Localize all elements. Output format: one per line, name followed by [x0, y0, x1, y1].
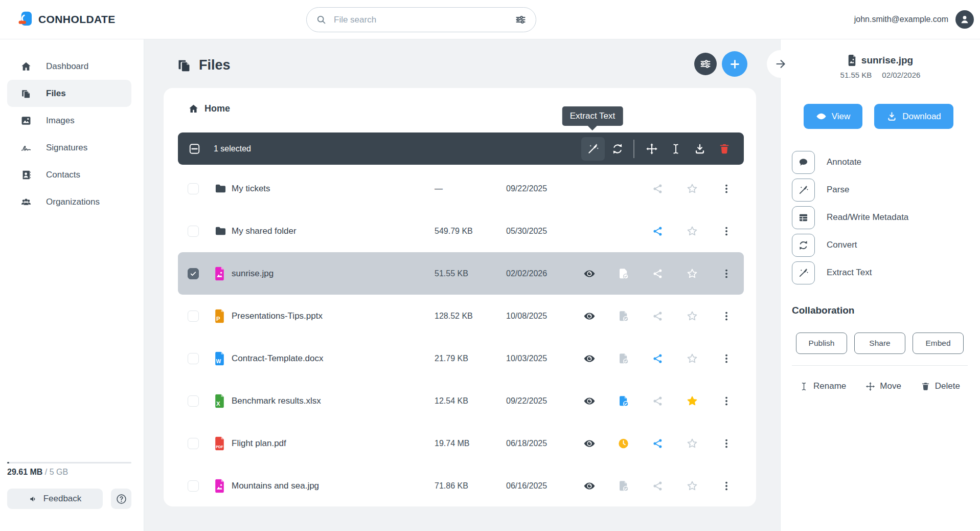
- rename-button[interactable]: Rename: [799, 381, 846, 391]
- breadcrumb[interactable]: Home: [188, 103, 230, 114]
- row-checkbox[interactable]: [188, 268, 199, 279]
- star-icon[interactable]: [686, 310, 698, 322]
- annotate-action[interactable]: Annotate: [792, 148, 908, 176]
- details-actions: AnnotateParseRead/Write MetadataConvertE…: [792, 148, 908, 286]
- eye-icon: [816, 111, 827, 122]
- row-checkbox[interactable]: [188, 395, 199, 407]
- status-icon[interactable]: [618, 268, 630, 280]
- more-actions-icon[interactable]: [721, 311, 732, 322]
- share-icon[interactable]: [652, 438, 664, 449]
- status-icon[interactable]: [618, 480, 630, 492]
- parse-action[interactable]: Parse: [792, 176, 908, 204]
- share-icon[interactable]: [652, 480, 664, 492]
- xlsx-file-icon: [214, 394, 225, 408]
- star-icon[interactable]: [686, 352, 698, 365]
- feedback-button[interactable]: Feedback: [7, 489, 103, 509]
- delete-button[interactable]: Delete: [921, 381, 960, 391]
- star-icon[interactable]: [686, 395, 698, 407]
- rename-button[interactable]: [670, 143, 682, 155]
- download-button[interactable]: [694, 143, 706, 155]
- extract-text-button[interactable]: [587, 143, 599, 155]
- file-list: My tickets—09/22/2025My shared folder549…: [178, 167, 744, 507]
- embed-button[interactable]: Embed: [913, 333, 964, 354]
- convert-button[interactable]: [611, 143, 624, 155]
- brand[interactable]: CONHOLDATE: [17, 0, 116, 39]
- sidebar-item-files[interactable]: Files: [7, 80, 131, 107]
- table-row[interactable]: My shared folder549.79 KB05/30/2025: [178, 210, 744, 252]
- row-checkbox[interactable]: [188, 226, 199, 237]
- user-area: john.smith@example.com: [854, 0, 974, 39]
- sidebar-item-signatures[interactable]: Signatures: [7, 134, 131, 161]
- row-checkbox[interactable]: [188, 183, 199, 194]
- table-row[interactable]: Contract-Template.docx21.79 KB10/03/2025: [178, 337, 744, 380]
- share-icon[interactable]: [652, 268, 664, 279]
- file-date: 06/16/2025: [506, 481, 547, 491]
- row-checkbox[interactable]: [188, 480, 199, 492]
- more-actions-icon[interactable]: [721, 353, 732, 364]
- file-size: 128.52 KB: [435, 312, 473, 321]
- download-button[interactable]: Download: [874, 104, 953, 129]
- share-icon[interactable]: [652, 395, 664, 407]
- preview-eye-icon[interactable]: [583, 480, 596, 492]
- publish-button[interactable]: Publish: [796, 333, 847, 354]
- preview-eye-icon[interactable]: [583, 352, 596, 365]
- table-row[interactable]: Mountains and sea.jpg71.86 KB06/16/2025: [178, 464, 744, 507]
- user-avatar[interactable]: [955, 10, 974, 29]
- star-icon[interactable]: [686, 480, 698, 492]
- star-icon[interactable]: [686, 437, 698, 450]
- more-actions-icon[interactable]: [721, 480, 732, 492]
- preview-eye-icon[interactable]: [583, 395, 596, 407]
- preview-eye-icon[interactable]: [583, 268, 596, 280]
- select-all-checkbox[interactable]: [188, 142, 201, 155]
- star-icon[interactable]: [686, 225, 698, 237]
- more-actions-icon[interactable]: [721, 438, 732, 449]
- move-button[interactable]: [646, 143, 658, 155]
- table-row[interactable]: Benchmark results.xlsx12.54 KB09/22/2025: [178, 380, 744, 422]
- table-row[interactable]: sunrise.jpg51.55 KB02/02/2026: [178, 252, 744, 295]
- search-bar[interactable]: [306, 7, 536, 32]
- add-file-button[interactable]: [722, 51, 747, 77]
- status-icon[interactable]: [618, 395, 630, 407]
- row-checkbox[interactable]: [188, 353, 199, 364]
- more-actions-icon[interactable]: [721, 395, 732, 407]
- preview-eye-icon[interactable]: [583, 310, 596, 322]
- help-button[interactable]: [111, 489, 131, 509]
- list-settings-button[interactable]: [694, 53, 717, 75]
- panel-divider: [792, 365, 968, 366]
- table-row[interactable]: My tickets—09/22/2025: [178, 167, 744, 210]
- share-button[interactable]: Share: [854, 333, 905, 354]
- convert-action[interactable]: Convert: [792, 231, 908, 259]
- sidebar-item-organizations[interactable]: Organizations: [7, 188, 131, 215]
- share-icon[interactable]: [652, 226, 664, 237]
- search-filters-icon[interactable]: [515, 14, 527, 26]
- table-row[interactable]: Presentations-Tips.pptx128.52 KB10/08/20…: [178, 295, 744, 337]
- star-icon[interactable]: [686, 268, 698, 280]
- sidebar-item-dashboard[interactable]: Dashboard: [7, 53, 131, 80]
- view-button[interactable]: View: [804, 104, 862, 129]
- share-icon[interactable]: [652, 353, 664, 364]
- table-row[interactable]: Flight plan.pdf19.74 MB06/18/2025: [178, 422, 744, 464]
- status-icon[interactable]: [618, 352, 630, 365]
- sidebar-item-images[interactable]: Images: [7, 107, 131, 134]
- row-checkbox[interactable]: [188, 311, 199, 322]
- status-icon[interactable]: [618, 310, 630, 322]
- search-input[interactable]: [333, 14, 509, 26]
- share-icon[interactable]: [652, 311, 664, 322]
- action-label: Extract Text: [827, 268, 872, 278]
- status-icon[interactable]: [618, 437, 629, 449]
- more-actions-icon[interactable]: [721, 268, 732, 279]
- more-actions-icon[interactable]: [721, 183, 732, 194]
- preview-eye-icon[interactable]: [583, 437, 596, 450]
- share-icon[interactable]: [652, 183, 664, 194]
- star-icon[interactable]: [686, 183, 698, 195]
- read-write-metadata-action[interactable]: Read/Write Metadata: [792, 204, 908, 231]
- row-checkbox[interactable]: [188, 438, 199, 449]
- sidebar-item-contacts[interactable]: Contacts: [7, 161, 131, 188]
- more-actions-icon[interactable]: [721, 226, 732, 237]
- delete-button[interactable]: [718, 143, 731, 155]
- extract-text-action[interactable]: Extract Text: [792, 259, 908, 286]
- download-label: Download: [902, 112, 941, 122]
- collaboration-title: Collaboration: [792, 305, 854, 316]
- storage-progress-bar: [7, 462, 131, 463]
- move-button[interactable]: Move: [865, 381, 901, 391]
